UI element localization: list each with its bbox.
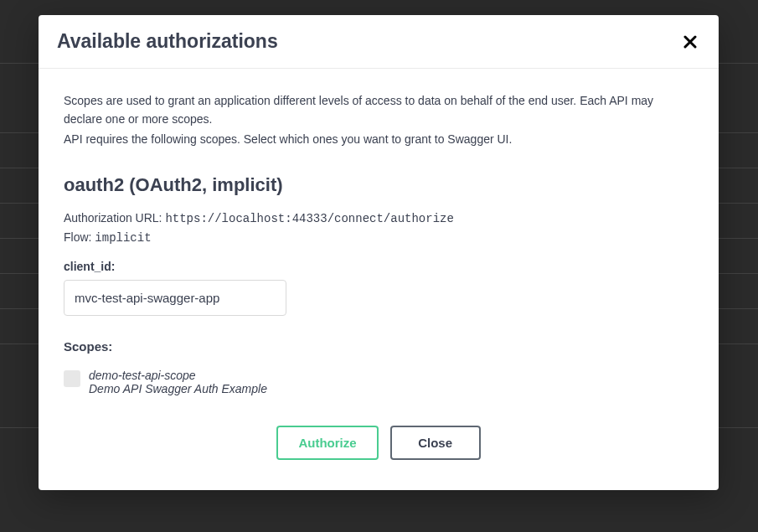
auth-url-value: https://localhost:44333/connect/authoriz…: [165, 212, 453, 225]
close-icon-button[interactable]: [680, 32, 700, 52]
scopes-label: Scopes:: [64, 339, 694, 354]
info-text-2: API requires the following scopes. Selec…: [64, 131, 694, 149]
auth-url-row: Authorization URL: https://localhost:443…: [64, 211, 694, 225]
auth-url-label: Authorization URL:: [64, 211, 165, 225]
close-icon: [683, 35, 697, 49]
scope-name: demo-test-api-scope: [89, 369, 267, 382]
info-text-1: Scopes are used to grant an application …: [64, 92, 694, 128]
flow-row: Flow: implicit: [64, 230, 694, 245]
modal-title: Available authorizations: [57, 30, 278, 53]
auth-heading: oauth2 (OAuth2, implicit): [64, 174, 694, 196]
scope-item: demo-test-api-scope Demo API Swagger Aut…: [64, 369, 694, 395]
authorization-modal: Available authorizations Scopes are used…: [39, 15, 719, 490]
client-id-input[interactable]: [64, 280, 286, 316]
client-id-label: client_id:: [64, 260, 694, 273]
scope-text: demo-test-api-scope Demo API Swagger Aut…: [89, 369, 267, 395]
scope-checkbox[interactable]: [64, 370, 80, 387]
flow-value: implicit: [95, 231, 151, 245]
close-button[interactable]: Close: [390, 426, 481, 460]
auth-section: oauth2 (OAuth2, implicit) Authorization …: [64, 174, 694, 460]
authorize-button[interactable]: Authorize: [276, 426, 378, 460]
flow-label: Flow:: [64, 230, 95, 244]
modal-header: Available authorizations: [39, 15, 719, 69]
modal-body: Scopes are used to grant an application …: [39, 69, 719, 490]
scope-desc: Demo API Swagger Auth Example: [89, 382, 267, 395]
button-row: Authorize Close: [64, 426, 694, 460]
